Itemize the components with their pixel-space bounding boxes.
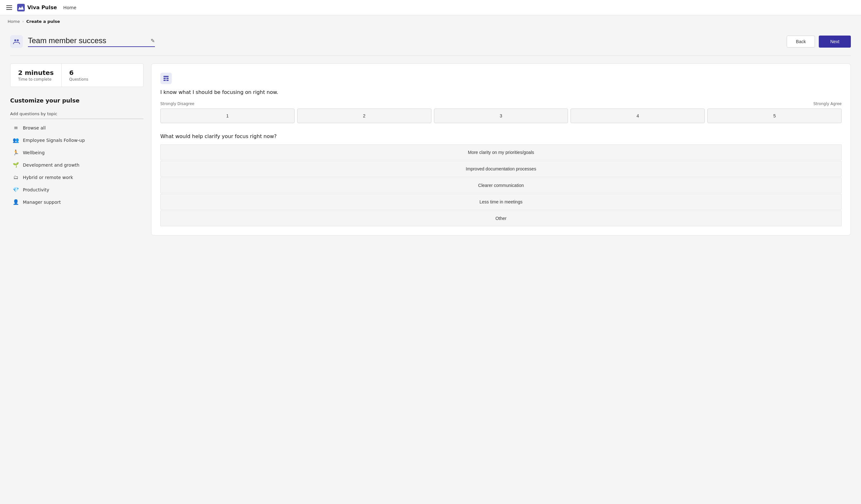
title-left: ✎ [10,35,155,48]
topic-icon-productivity: 💎 [13,187,19,193]
scale-options: 12345 [160,109,842,123]
choice-option-2[interactable]: Clearer communication [160,178,842,193]
topic-label-employee-signals: Employee Signals Follow-up [23,138,85,143]
stat-time: 2 minutes Time to complete [11,64,62,87]
topic-icon-browse-all: ≡ [13,125,19,131]
topic-label-wellbeing: Wellbeing [23,150,45,155]
stat-time-label: Time to complete [18,77,54,82]
topic-icon-manager-support: 👤 [13,199,19,205]
back-button[interactable]: Back [787,36,815,47]
svg-point-3 [17,39,19,41]
title-input-wrapper: ✎ [28,36,155,47]
nav-home-link[interactable]: Home [63,5,76,10]
brand-name: Viva Pulse [27,4,57,11]
breadcrumb-current: Create a pulse [26,19,60,24]
title-row: ✎ Back Next [10,35,851,48]
scale-labels: Strongly Disagree Strongly Agree [160,101,842,106]
next-button[interactable]: Next [819,36,851,47]
choice-options: More clarity on my priorities/goalsImpro… [160,144,842,226]
stat-questions-label: Questions [69,77,88,82]
card-table-icon [163,75,169,82]
scale-option-4[interactable]: 4 [571,109,705,123]
scale-option-1[interactable]: 1 [160,109,295,123]
choice-option-1[interactable]: Improved documentation processes [160,161,842,177]
stat-questions: 6 Questions [62,64,96,87]
team-icon [13,38,20,45]
stat-time-value: 2 minutes [18,69,54,76]
pulse-icon [10,35,23,48]
topic-icon-wellbeing: 🏃 [13,150,19,155]
add-questions-label: Add questions by topic [10,111,144,116]
breadcrumb-separator: › [22,19,24,24]
customize-title: Customize your pulse [10,97,144,104]
title-actions: Back Next [787,36,851,47]
top-navigation: Viva Pulse Home [0,0,861,15]
topic-item-browse-all[interactable]: ≡Browse all [10,122,144,134]
topic-icon-employee-signals: 👥 [13,137,19,143]
topic-icon-development: 🌱 [13,162,19,168]
svg-rect-0 [17,4,25,11]
left-panel: 2 minutes Time to complete 6 Questions C… [10,64,144,236]
main-content: ✎ Back Next 2 minutes Time to complete 6… [0,28,861,243]
brand-logo [17,4,25,11]
topic-label-hybrid-remote: Hybrid or remote work [23,175,73,180]
svg-rect-8 [166,80,168,81]
scale-option-5[interactable]: 5 [707,109,842,123]
topic-item-development[interactable]: 🌱Development and growth [10,159,144,171]
scale-option-2[interactable]: 2 [297,109,432,123]
choice-option-3[interactable]: Less time in meetings [160,194,842,210]
brand: Viva Pulse [17,4,57,11]
question2-text: What would help clarify your focus right… [160,133,842,139]
topic-label-manager-support: Manager support [23,200,61,205]
topic-item-manager-support[interactable]: 👤Manager support [10,196,144,208]
question1-text: I know what I should be focusing on righ… [160,89,842,95]
topic-label-browse-all: Browse all [23,125,46,130]
header-divider [10,56,851,56]
menu-icon[interactable] [5,4,13,11]
scale-low-label: Strongly Disagree [160,101,194,106]
choice-option-4[interactable]: Other [160,210,842,226]
topic-item-hybrid-remote[interactable]: 🗂Hybrid or remote work [10,171,144,183]
scale-option-3[interactable]: 3 [434,109,568,123]
topic-label-productivity: Productivity [23,187,49,192]
body-layout: 2 minutes Time to complete 6 Questions C… [10,64,851,236]
topic-item-productivity[interactable]: 💎Productivity [10,183,144,196]
scale-high-label: Strongly Agree [814,101,842,106]
topic-item-employee-signals[interactable]: 👥Employee Signals Follow-up [10,134,144,146]
svg-point-2 [14,39,16,41]
svg-rect-6 [166,78,168,79]
breadcrumb-home[interactable]: Home [8,19,20,24]
topic-label-development: Development and growth [23,163,79,168]
choice-option-0[interactable]: More clarity on my priorities/goals [160,144,842,160]
pulse-title-input[interactable] [28,36,148,45]
svg-rect-7 [164,80,166,81]
stats-row: 2 minutes Time to complete 6 Questions [10,64,144,87]
svg-rect-5 [164,78,166,79]
topic-item-wellbeing[interactable]: 🏃Wellbeing [10,146,144,159]
topic-list: ≡Browse all👥Employee Signals Follow-up🏃W… [10,122,144,208]
questions-divider [10,119,144,119]
stat-questions-value: 6 [69,69,88,76]
right-panel: I know what I should be focusing on righ… [151,64,851,236]
breadcrumb: Home › Create a pulse [0,15,861,28]
topic-icon-hybrid-remote: 🗂 [13,174,19,180]
edit-icon[interactable]: ✎ [151,38,155,44]
question-card-icon [160,73,172,84]
svg-rect-4 [164,76,168,77]
